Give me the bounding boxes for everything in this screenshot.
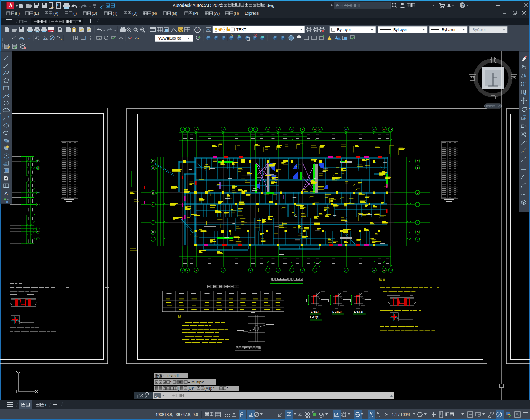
svg-text:7: 7: [250, 269, 251, 272]
svg-text:*: *: [227, 386, 228, 391]
svg-text:YUWEI100-50: YUWEI100-50: [158, 37, 181, 40]
svg-text:1: 1: [37, 238, 39, 240]
svg-text:14: 14: [345, 128, 347, 131]
svg-text:E: E: [417, 160, 418, 163]
svg-text:= Multiple: = Multiple: [188, 380, 204, 384]
svg-text:A: A: [4, 191, 8, 197]
svg-text:(M): (M): [172, 11, 177, 16]
svg-text:(U)/: (U)/: [188, 386, 194, 391]
svg-text:9: 9: [302, 269, 303, 272]
svg-text:L-63(1): L-63(1): [354, 310, 363, 313]
svg-text:A: A: [135, 36, 138, 40]
svg-text:18: 18: [389, 128, 392, 131]
svg-text:C: C: [417, 203, 419, 206]
svg-text:1: 1: [255, 128, 256, 131]
svg-text:E: E: [152, 160, 154, 163]
svg-text:(V): (V): [53, 11, 58, 16]
svg-text:(O): (O): [92, 11, 97, 16]
svg-text:5: 5: [223, 269, 224, 272]
svg-text:(E): (E): [34, 11, 39, 16]
svg-text:(H): (H): [234, 11, 239, 16]
svg-text:C: C: [152, 203, 154, 206]
svg-text:1: 1: [417, 221, 418, 224]
svg-text:D: D: [417, 191, 419, 194]
svg-text:2: 2: [37, 167, 39, 169]
svg-text:11: 11: [314, 128, 316, 131]
svg-text:ByColor: ByColor: [473, 28, 486, 32]
svg-text:12: 12: [373, 269, 375, 272]
svg-text:B: B: [152, 231, 154, 234]
svg-text:Autodesk AutoCAD 2025: Autodesk AutoCAD 2025: [173, 3, 222, 8]
svg-text:1: 1: [182, 269, 183, 272]
svg-text:1: 1: [267, 269, 269, 272]
svg-text:ByLayer: ByLayer: [393, 28, 407, 32]
svg-text:L-22(1): L-22(1): [310, 316, 319, 319]
svg-text:TEXT: TEXT: [236, 28, 246, 32]
svg-text:xY: xY: [28, 38, 31, 40]
svg-text:: _textedit: : _textedit: [163, 374, 180, 378]
svg-text:(T): (T): [113, 11, 117, 16]
svg-text:8: 8: [278, 269, 279, 272]
svg-text:B: B: [417, 231, 418, 234]
svg-text:(N): (N): [152, 11, 157, 16]
svg-text:1: 1: [278, 128, 279, 131]
svg-text:1: 1: [196, 128, 197, 131]
svg-text:1: 1: [37, 227, 39, 230]
svg-text:DWF: DWF: [49, 30, 54, 33]
svg-text:1: 1: [196, 269, 197, 272]
svg-text:?: ?: [461, 3, 464, 8]
svg-text:1: 1: [314, 269, 315, 272]
svg-text:1: 1: [152, 238, 154, 241]
svg-text:14: 14: [383, 269, 385, 272]
svg-text:9: 9: [291, 128, 292, 131]
svg-text:7: 7: [250, 128, 251, 131]
svg-text:.dwg: .dwg: [265, 3, 274, 8]
svg-text:15: 15: [389, 269, 392, 272]
svg-text:2: 2: [417, 167, 418, 169]
svg-text:(I): (I): [73, 11, 77, 16]
svg-text:(P): (P): [193, 11, 198, 16]
svg-text:1: 1: [44, 403, 47, 407]
svg-text:16: 16: [383, 128, 385, 131]
svg-text:1:1 / 100%: 1:1 / 100%: [392, 413, 410, 417]
svg-text:A: A: [128, 36, 130, 40]
svg-text:(D): (D): [132, 11, 138, 16]
svg-text:1: 1: [291, 269, 292, 272]
svg-text:2: 2: [187, 269, 188, 272]
svg-text:A: A: [9, 3, 13, 8]
svg-text:1: 1: [417, 238, 418, 241]
svg-text:>_: >_: [155, 394, 159, 398]
svg-text:8: 8: [267, 128, 269, 131]
svg-text:(F): (F): [15, 11, 20, 16]
svg-text:493818.8, -39767.8, 0.0: 493818.8, -39767.8, 0.0: [155, 412, 198, 417]
svg-text:D: D: [152, 191, 154, 194]
svg-text:2: 2: [152, 167, 154, 169]
svg-text:B: B: [37, 230, 39, 233]
svg-text:1: 1: [152, 221, 154, 224]
svg-text:12: 12: [319, 128, 321, 131]
svg-text:D: D: [37, 191, 39, 194]
svg-text:(M)]: *: (M)]: *: [204, 386, 215, 391]
svg-text:15: 15: [373, 128, 375, 131]
svg-text:ByLayer: ByLayer: [337, 28, 351, 32]
svg-text:11: 11: [345, 269, 347, 272]
svg-text:±1: ±1: [97, 37, 100, 40]
svg-text:?: ?: [197, 28, 199, 32]
svg-text:L-24(2): L-24(2): [332, 310, 342, 313]
svg-text:1: 1: [302, 128, 303, 131]
svg-text:1: 1: [182, 128, 183, 131]
svg-text:Express: Express: [245, 11, 259, 16]
svg-text:C: C: [37, 203, 39, 206]
svg-text:5: 5: [223, 128, 224, 131]
svg-text:(W): (W): [214, 11, 220, 16]
svg-text:E: E: [37, 160, 39, 162]
svg-text:2: 2: [187, 128, 188, 131]
svg-text:L-6(1): L-6(1): [311, 310, 319, 313]
svg-text:ByLayer: ByLayer: [442, 28, 455, 32]
svg-text::: :: [170, 380, 171, 384]
